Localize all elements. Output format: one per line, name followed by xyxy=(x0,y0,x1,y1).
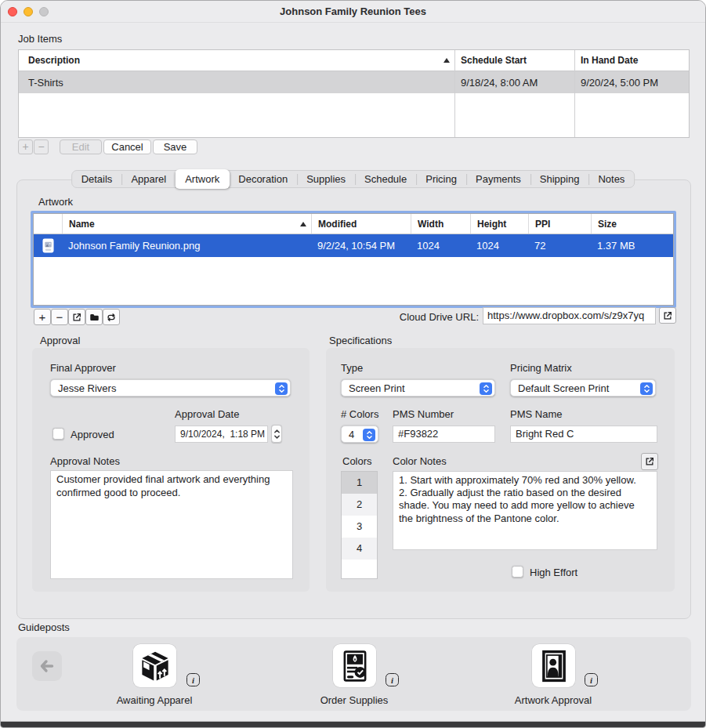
color-list-item-2[interactable]: 2 xyxy=(342,494,377,516)
column-label: Schedule Start xyxy=(461,55,527,66)
cancel-button[interactable]: Cancel xyxy=(103,139,151,154)
artwork-row-selected[interactable]: Johnson Family Reunion.png 9/2/24, 10:54… xyxy=(34,234,673,257)
num-colors-label: # Colors xyxy=(341,408,378,420)
artwork-header-modified[interactable]: Modified xyxy=(311,214,411,234)
cell-schedule-start: 9/18/24, 8:00 AM xyxy=(454,77,574,89)
artwork-header-width[interactable]: Width xyxy=(411,214,470,234)
popup-value: Default Screen Print xyxy=(518,382,609,394)
tab-decoration[interactable]: Decoration xyxy=(229,171,297,188)
tab-bar: Details Apparel Artwork Decoration Suppl… xyxy=(71,170,635,188)
minimize-window-button[interactable] xyxy=(24,7,33,16)
pricing-matrix-popup[interactable]: Default Screen Print xyxy=(510,379,656,397)
awaiting-apparel-info-button[interactable]: i xyxy=(186,673,200,686)
tab-details[interactable]: Details xyxy=(72,171,122,188)
tab-notes[interactable]: Notes xyxy=(588,171,634,188)
final-approver-label: Final Approver xyxy=(50,362,116,374)
column-divider xyxy=(574,50,575,137)
edit-button[interactable]: Edit xyxy=(60,139,102,154)
artwork-header-height[interactable]: Height xyxy=(470,214,528,234)
artwork-header-size[interactable]: Size xyxy=(591,214,673,234)
approval-notes-field[interactable]: Customer provided final artwork and ever… xyxy=(50,470,293,579)
approved-checkbox[interactable] xyxy=(52,428,64,440)
tab-schedule[interactable]: Schedule xyxy=(355,171,416,188)
column-label: Width xyxy=(418,219,444,230)
add-artwork-button[interactable]: + xyxy=(34,309,51,325)
guidepost-label-awaiting-apparel: Awaiting Apparel xyxy=(84,694,225,706)
type-popup[interactable]: Screen Print xyxy=(341,379,495,397)
window-title: Johnson Family Reunion Tees xyxy=(1,1,705,22)
pms-number-field[interactable]: #F93822 xyxy=(393,426,495,443)
cell-file-name: Johnson Family Reunion.png xyxy=(62,240,311,252)
close-window-button[interactable] xyxy=(8,7,17,16)
popup-chevrons-icon xyxy=(275,382,288,395)
artwork-table-focus-ring: Name Modified Width Height PPI Size xyxy=(31,211,676,308)
artwork-approval-info-button[interactable]: i xyxy=(585,673,598,686)
tab-payments[interactable]: Payments xyxy=(466,171,530,188)
external-link-icon xyxy=(71,312,82,323)
job-items-header-in-hand-date[interactable]: In Hand Date xyxy=(574,55,689,66)
remove-job-item-button[interactable]: − xyxy=(34,139,49,154)
column-label: Name xyxy=(69,219,95,230)
back-arrow-icon xyxy=(38,657,56,675)
column-label: PPI xyxy=(535,219,550,230)
folder-button[interactable] xyxy=(85,309,103,325)
job-items-header-description[interactable]: Description xyxy=(19,55,454,66)
cell-in-hand-date: 9/20/24, 5:00 PM xyxy=(574,77,689,89)
refresh-button[interactable] xyxy=(103,309,120,325)
cloud-drive-url-field[interactable]: https://www.dropbox.com/s/z9x7yq xyxy=(483,307,656,324)
cell-height: 1024 xyxy=(470,240,528,252)
guidepost-order-supplies-button[interactable] xyxy=(333,644,376,687)
color-list-item-3[interactable]: 3 xyxy=(342,516,377,538)
job-items-header-schedule-start[interactable]: Schedule Start xyxy=(454,55,574,66)
tab-shipping[interactable]: Shipping xyxy=(530,171,589,188)
specifications-section-label: Specifications xyxy=(329,335,392,346)
zoom-window-button[interactable] xyxy=(39,7,49,16)
cell-ppi: 72 xyxy=(528,240,591,252)
column-label: Height xyxy=(477,219,506,230)
guideposts-section-label: Guideposts xyxy=(18,621,70,633)
job-items-row-tshirts[interactable]: T-Shirts 9/18/24, 8:00 AM 9/20/24, 5:00 … xyxy=(19,71,689,93)
color-notes-field[interactable]: 1. Start with approximately 70% red and … xyxy=(393,471,657,550)
guidepost-label-order-supplies: Order Supplies xyxy=(284,694,425,706)
cloud-drive-url-label: Cloud Drive URL: xyxy=(377,311,479,323)
open-color-notes-button[interactable] xyxy=(641,453,658,470)
open-external-button[interactable] xyxy=(68,309,85,325)
approval-section-label: Approval xyxy=(40,335,80,346)
artwork-header-name[interactable]: Name xyxy=(62,214,311,234)
cell-width: 1024 xyxy=(411,240,470,252)
tab-artwork[interactable]: Artwork xyxy=(175,169,230,189)
pms-number-label: PMS Number xyxy=(393,408,454,420)
approval-date-field[interactable]: 9/10/2024, 1:18 PM xyxy=(175,426,268,443)
refresh-icon xyxy=(106,312,117,323)
approval-date-stepper[interactable] xyxy=(271,425,282,443)
column-label: Size xyxy=(598,219,617,230)
pms-name-field[interactable]: Bright Red C xyxy=(510,426,657,443)
artwork-header-ppi[interactable]: PPI xyxy=(528,214,591,234)
open-cloud-url-button[interactable] xyxy=(659,307,676,324)
approval-notes-label: Approval Notes xyxy=(50,455,120,467)
tab-supplies[interactable]: Supplies xyxy=(297,171,355,188)
add-job-item-button[interactable]: + xyxy=(18,139,33,154)
guidepost-back-button[interactable] xyxy=(32,651,62,681)
artwork-header-icon-column xyxy=(34,214,62,234)
package-box-icon xyxy=(139,650,172,683)
tab-apparel[interactable]: Apparel xyxy=(121,171,176,188)
tab-pricing[interactable]: Pricing xyxy=(416,171,466,188)
stepper-arrows-icon xyxy=(273,428,281,440)
guidepost-awaiting-apparel-button[interactable] xyxy=(133,644,176,687)
save-button[interactable]: Save xyxy=(153,139,197,154)
sort-ascending-icon xyxy=(300,222,306,226)
high-effort-checkbox[interactable] xyxy=(512,566,523,578)
job-items-table-header: Description Schedule Start In Hand Date xyxy=(19,50,689,71)
column-divider xyxy=(454,50,455,137)
color-list-item-4[interactable]: 4 xyxy=(342,538,377,560)
final-approver-popup[interactable]: Jesse Rivers xyxy=(50,379,291,397)
num-colors-popup[interactable]: 4 xyxy=(341,426,378,443)
guidepost-artwork-approval-button[interactable] xyxy=(532,644,575,687)
order-supplies-info-button[interactable]: i xyxy=(386,673,399,686)
remove-artwork-button[interactable]: − xyxy=(51,309,68,325)
approved-label: Approved xyxy=(71,429,114,440)
color-list-item-1[interactable]: 1 xyxy=(342,472,377,494)
cell-size: 1.37 MB xyxy=(591,240,673,252)
artwork-table: Name Modified Width Height PPI Size xyxy=(33,213,674,306)
